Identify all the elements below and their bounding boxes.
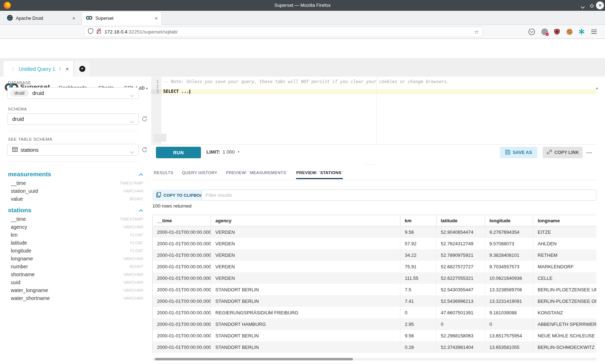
- table-cell: 9.56: [400, 226, 436, 238]
- browser-tab-druid[interactable]: Apache Druid ×: [3, 12, 79, 25]
- table-row[interactable]: 2000-01-01T00:00:00.000ZSTANDORT HAMBURG…: [153, 318, 596, 330]
- run-button[interactable]: RUN: [156, 147, 201, 158]
- table-value: stations: [21, 147, 39, 153]
- column-row: numberBIGINT: [8, 263, 143, 270]
- query-tab-strip: ⋮ Untitled Query 1 × +: [0, 59, 605, 77]
- table-row[interactable]: 2000-01-01T00:00:00.000ZVERDEN57.9252.76…: [153, 238, 596, 249]
- table-row[interactable]: 2000-01-01T00:00:00.000ZSTANDORT BERLIN0…: [153, 341, 596, 353]
- browser-tab-superset[interactable]: Superset ×: [82, 12, 161, 25]
- asterisk-extension-icon[interactable]: [578, 28, 585, 36]
- cookie-extension-icon[interactable]: [566, 28, 573, 37]
- table-cell: 0: [400, 307, 436, 318]
- insecure-lock-icon[interactable]: [96, 28, 102, 36]
- divider: [7, 161, 139, 161]
- window-minimize-icon[interactable]: [580, 4, 585, 10]
- chevron-down-icon[interactable]: ▾: [238, 150, 239, 154]
- table-cell: 52.6827572727: [436, 261, 485, 272]
- tab-close-icon[interactable]: ×: [69, 15, 75, 21]
- divider: [7, 131, 139, 131]
- save-as-button[interactable]: SAVE AS: [500, 147, 537, 158]
- tab-preview-stations[interactable]: PREVIEW: `STATIONS`: [296, 170, 343, 179]
- column-header[interactable]: longname: [533, 215, 596, 226]
- pocket-icon[interactable]: [528, 28, 535, 37]
- menu-hamburger-icon[interactable]: [591, 29, 597, 36]
- window-close-icon[interactable]: ×: [596, 1, 604, 9]
- schema-label: SCHEMA: [8, 107, 27, 111]
- database-type-badge: druid: [10, 90, 29, 97]
- column-row: __timeTIMESTAMP: [8, 215, 143, 223]
- bookmark-star-icon[interactable]: ☆: [474, 29, 479, 35]
- window-maximize-icon[interactable]: [590, 3, 594, 10]
- table-cell: 52.6227055321: [436, 272, 485, 284]
- column-name: km: [8, 232, 18, 238]
- chevron-up-icon[interactable]: [139, 171, 143, 178]
- table-cell: 52.7890975921: [436, 249, 485, 261]
- column-header[interactable]: km: [400, 215, 436, 226]
- table-cell: 13.6517575954: [485, 330, 533, 341]
- more-options-button[interactable]: ...: [586, 148, 592, 155]
- table-row[interactable]: 2000-01-01T00:00:00.000ZSTANDORT BERLIN9…: [153, 330, 596, 341]
- table-row[interactable]: 2000-01-01T00:00:00.000ZVERDEN111.5552.6…: [153, 272, 596, 284]
- results-table-head: __timeagencykmlatitudelongitudelongname: [153, 215, 596, 226]
- chevron-down-icon: [130, 149, 134, 155]
- table-row[interactable]: 2000-01-01T00:00:00.000ZSTANDORT BERLIN7…: [153, 295, 596, 307]
- query-tab[interactable]: ⋮ Untitled Query 1 ×: [4, 61, 73, 77]
- line-number: 3: [151, 89, 161, 94]
- column-name: water_shortname: [8, 295, 50, 301]
- database-select[interactable]: druid druid: [7, 87, 139, 99]
- ublock-icon[interactable]: [554, 28, 560, 36]
- tab-close-icon[interactable]: ×: [151, 15, 158, 21]
- column-header[interactable]: latitude: [436, 215, 485, 226]
- column-header[interactable]: longitude: [485, 215, 533, 226]
- column-header[interactable]: __time: [153, 215, 211, 226]
- print-margin-ruler: [376, 77, 377, 144]
- refresh-schema-icon[interactable]: [141, 115, 148, 124]
- add-query-tab-button[interactable]: +: [75, 61, 90, 77]
- privacy-extension-icon[interactable]: ×: [541, 28, 548, 35]
- column-name: value: [8, 196, 23, 202]
- pane-drag-handle[interactable]: ⋅⋅⋅⋅⋅⋅: [355, 162, 386, 167]
- column-row: station_uuidVARCHAR: [8, 187, 143, 195]
- table-cell: 2000-01-01T00:00:00.000Z: [153, 330, 211, 341]
- tab-preview-measurements[interactable]: PREVIEW: `MEASUREMENTS`: [226, 170, 288, 179]
- schema-table-header[interactable]: measurements: [8, 170, 143, 179]
- results-table-body: 2000-01-01T00:00:00.000ZVERDEN9.5652.904…: [153, 226, 596, 353]
- druid-favicon-icon: [7, 15, 13, 22]
- table-select[interactable]: stations: [7, 144, 139, 156]
- sql-editor[interactable]: 1 2 3 -- Note: Unless you save your quer…: [151, 77, 596, 145]
- table-cell: CELLE: [533, 272, 596, 284]
- column-row: valueBIGINT: [8, 195, 143, 203]
- active-line-highlight: [161, 89, 596, 94]
- tab-results[interactable]: RESULTS: [154, 170, 173, 179]
- table-cell: 52.2968158063: [436, 330, 485, 341]
- table-row[interactable]: 2000-01-01T00:00:00.000ZSTANDORT BERLIN7…: [153, 284, 596, 295]
- column-name: latitude: [8, 240, 27, 246]
- column-type: FLOAT: [130, 233, 143, 237]
- table-row[interactable]: 2000-01-01T00:00:00.000ZVERDEN34.2252.78…: [153, 249, 596, 261]
- drag-dots-icon[interactable]: ⋮: [11, 66, 15, 72]
- schema-table-name: stations: [8, 207, 31, 214]
- table-row[interactable]: 2000-01-01T00:00:00.000ZVERDEN75.9152.68…: [153, 261, 596, 272]
- table-cell: ABBENFLETH SPERRWERK: [533, 318, 596, 330]
- url-bar[interactable]: 172.18.0.4:32251/superset/sqllab/ ☆: [84, 27, 483, 37]
- shield-icon[interactable]: [88, 28, 93, 36]
- schema-select[interactable]: druid: [7, 113, 139, 125]
- close-icon[interactable]: ×: [66, 66, 69, 72]
- column-type: VARCHAR: [124, 225, 143, 229]
- table-row[interactable]: 2000-01-01T00:00:00.000ZVERDEN9.5652.904…: [153, 226, 596, 238]
- copy-link-button[interactable]: COPY LINK: [543, 147, 583, 158]
- chevron-up-icon[interactable]: [139, 207, 143, 214]
- query-tab-title[interactable]: Untitled Query 1: [19, 66, 55, 72]
- tab-query-history[interactable]: QUERY HISTORY: [182, 170, 217, 179]
- browser-tabbar: Apache Druid × Superset × +: [0, 11, 605, 25]
- column-header[interactable]: agency: [211, 215, 400, 226]
- column-row: uuidVARCHAR: [8, 278, 143, 286]
- table-cell: 0.28: [400, 341, 436, 353]
- filter-results-input[interactable]: [201, 190, 596, 201]
- table-row[interactable]: 2000-01-01T00:00:00.000ZREGIERUNGSPRÄSID…: [153, 307, 596, 318]
- schema-table-header[interactable]: stations: [8, 206, 143, 215]
- horizontal-scrollbar-thumb[interactable]: [155, 358, 353, 360]
- column-row: __timeTIMESTAMP: [8, 179, 143, 187]
- refresh-tables-icon[interactable]: [141, 146, 148, 155]
- limit-value[interactable]: 1 000: [223, 149, 235, 155]
